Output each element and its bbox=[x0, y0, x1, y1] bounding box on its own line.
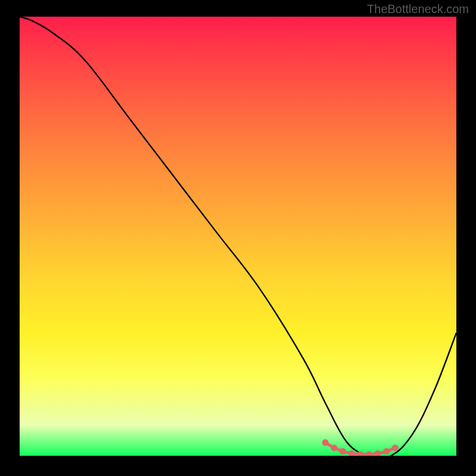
chart-svg bbox=[20, 17, 456, 456]
optimal-zone-marker bbox=[322, 439, 328, 446]
optimal-zone-marker bbox=[348, 450, 355, 456]
chart-plot-area bbox=[20, 17, 456, 456]
optimal-zone-marker bbox=[340, 448, 346, 455]
optimal-zone-marker bbox=[331, 444, 337, 451]
optimal-zone-marker bbox=[366, 451, 372, 456]
optimal-zone-marker bbox=[383, 448, 390, 455]
watermark-text: TheBottleneck.com bbox=[367, 2, 469, 16]
optimal-zone-markers bbox=[322, 439, 398, 456]
optimal-zone-marker bbox=[374, 450, 381, 456]
bottleneck-curve-path bbox=[20, 17, 456, 456]
optimal-zone-marker bbox=[392, 444, 399, 451]
